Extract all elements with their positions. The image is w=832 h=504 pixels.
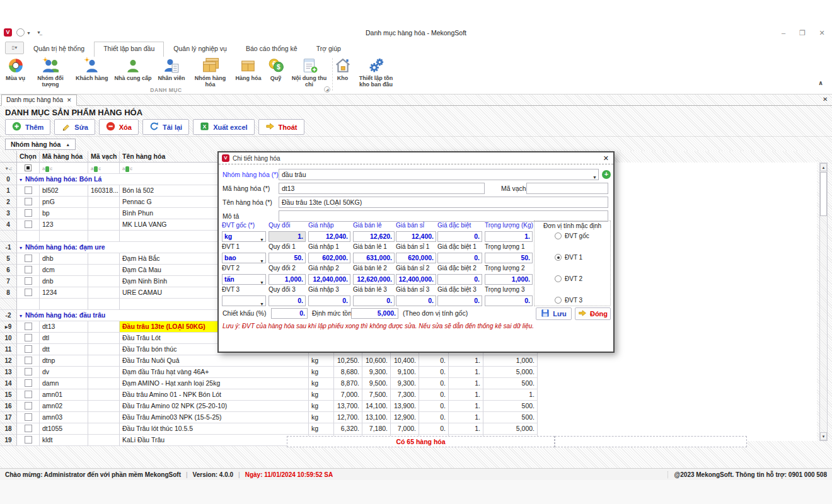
doc-tab-close-icon[interactable]: ✕ <box>67 97 72 103</box>
unit-grid-input[interactable]: 0. <box>437 274 482 285</box>
row-checkbox[interactable] <box>25 402 32 410</box>
unit-grid-input[interactable]: 0. <box>353 295 395 306</box>
unit-grid-input[interactable]: 1. <box>269 231 306 242</box>
unit-grid-input[interactable]: 0. <box>437 295 482 306</box>
row-checkbox[interactable] <box>25 345 32 353</box>
row-checkbox[interactable] <box>25 255 32 262</box>
unit-grid-input[interactable]: 0. <box>485 295 533 306</box>
ribbon-tab-trợ-giúp[interactable]: Trợ giúp <box>307 42 350 55</box>
row-checkbox[interactable] <box>25 436 32 444</box>
scroll-up-icon[interactable]: ▲ <box>820 163 827 171</box>
reload-button[interactable]: Tải lại <box>142 119 189 135</box>
unit-combo-3[interactable]: ▼ <box>222 295 266 306</box>
delete-button[interactable]: Xóa <box>99 119 139 135</box>
radio-icon[interactable] <box>555 232 562 239</box>
row-checkbox[interactable] <box>25 220 32 228</box>
edit-button[interactable]: Sửa <box>54 119 95 135</box>
close-button[interactable]: ✕ <box>815 28 829 38</box>
ribbon-item-stock-settings[interactable]: Thiết lập tồn kho ban đầu <box>354 57 398 88</box>
ribbon-item-season[interactable]: Mùa vụ <box>3 57 28 81</box>
ribbon-tab-quản-trị-hệ-thống[interactable]: Quản trị hệ thống <box>24 42 94 55</box>
name-input[interactable]: Đầu trâu 13te (LOẠI 50KG) <box>279 197 608 208</box>
export-excel-button[interactable]: XXuất excel <box>193 119 254 135</box>
unit-combo-1[interactable]: bao▼ <box>222 253 266 263</box>
minimize-button[interactable]: – <box>777 28 790 38</box>
ribbon-item-product[interactable]: Hàng hóa <box>233 57 265 81</box>
tabrow-close-icon[interactable]: ✕ <box>823 96 828 103</box>
row-checkbox[interactable] <box>25 391 32 398</box>
row-checkbox[interactable] <box>25 425 32 432</box>
scroll-down-icon[interactable]: ▼ <box>820 432 827 440</box>
unit-grid-input[interactable]: 1. <box>485 231 533 242</box>
add-group-button[interactable]: + <box>602 170 611 179</box>
unit-grid-input[interactable]: 0. <box>308 295 350 306</box>
unit-grid-input[interactable]: 50. <box>485 253 533 263</box>
discount-input[interactable]: 0. <box>271 308 308 319</box>
row-checkbox[interactable] <box>25 368 32 375</box>
default-unit-radio-1[interactable]: ĐVT 1 <box>555 254 582 261</box>
table-row[interactable]: 15amn01Đầu trâu Amino 01 - NPK Bón Lótkg… <box>0 389 538 401</box>
unit-grid-input[interactable]: 12,400. <box>396 231 436 242</box>
collapse-icon[interactable]: ▾ <box>20 177 22 183</box>
unit-grid-input[interactable]: 12,620. <box>353 231 395 242</box>
unit-grid-input[interactable]: 620,000. <box>396 253 436 263</box>
row-checkbox[interactable] <box>25 357 32 364</box>
ribbon-tab-thiết-lập-ban-đầu[interactable]: Thiết lập ban đầu <box>94 42 164 57</box>
ribbon-item-group-people[interactable]: Nhóm đối tượng <box>28 57 72 88</box>
row-checkbox[interactable] <box>25 334 32 341</box>
table-row[interactable]: 17amn03Đầu Trâu Amino03 NPK (15-5-25)kg1… <box>0 412 538 423</box>
maximize-button[interactable]: ❐ <box>795 28 809 38</box>
column-header-1[interactable]: Chọn <box>17 151 40 163</box>
default-unit-radio-2[interactable]: ĐVT 2 <box>555 275 582 282</box>
scrollbar-thumb[interactable] <box>820 172 827 216</box>
ribbon-item-receipt[interactable]: Nội dung thu chi <box>287 57 332 88</box>
row-checkbox[interactable] <box>25 198 32 205</box>
unit-grid-input[interactable]: 0. <box>396 295 436 306</box>
unit-grid-input[interactable]: 631,000. <box>353 253 395 263</box>
unit-grid-input[interactable]: 12,040. <box>308 231 350 242</box>
ribbon-item-fund[interactable]: €$Quỹ <box>265 57 287 81</box>
unit-grid-input[interactable]: 0. <box>269 295 306 306</box>
unit-grid-input[interactable]: 50. <box>269 253 306 263</box>
abc-filter-icon[interactable]: ac <box>122 166 132 172</box>
code-input[interactable]: dt13 <box>279 183 485 194</box>
ribbon-tab-quản-lý-nghiệp-vụ[interactable]: Quản lý nghiệp vụ <box>164 42 236 55</box>
default-unit-radio-3[interactable]: ĐVT 3 <box>555 297 582 304</box>
unit-grid-input[interactable]: 1,000. <box>485 274 533 285</box>
ribbon-item-customer[interactable]: Khách hàng <box>72 57 112 81</box>
ribbon-item-supplier[interactable]: Nhà cung cấp <box>112 57 155 81</box>
dialog-close-icon[interactable]: ✕ <box>603 154 609 163</box>
group-dialog-launcher-icon[interactable]: ◢ <box>324 86 330 93</box>
row-checkbox[interactable] <box>25 209 32 217</box>
vertical-scrollbar[interactable]: ▲ ▼ <box>819 163 828 441</box>
abc-filter-icon[interactable]: ac <box>91 166 101 172</box>
table-row[interactable]: 12dtnpĐầu Trâu Nuôi Quảkg10,250.10,600.1… <box>0 355 538 367</box>
select-all-filter-icon[interactable] <box>25 164 32 171</box>
exit-button[interactable]: Thoát <box>258 119 304 135</box>
unit-grid-input[interactable]: 602,000. <box>308 253 350 263</box>
unit-grid-input[interactable]: 12,400,000. <box>396 274 436 285</box>
column-header-2[interactable]: Mã hàng hóa <box>40 151 88 163</box>
unit-combo-0[interactable]: kg▼ <box>222 231 266 242</box>
ribbon-item-warehouse[interactable]: Kho <box>332 57 354 81</box>
collapse-icon[interactable]: ▾ <box>20 313 22 319</box>
group-combo[interactable]: đầu trâu ▼ <box>279 169 599 180</box>
table-row[interactable]: 18dt1055Đầu Trâu lót thúc 10.5.5kg6,320.… <box>0 423 538 435</box>
row-checkbox[interactable] <box>25 289 32 296</box>
unit-combo-2[interactable]: tấn▼ <box>222 274 266 285</box>
unit-grid-input[interactable]: 12,620,000. <box>353 274 395 285</box>
radio-icon[interactable] <box>555 297 562 304</box>
row-checkbox[interactable] <box>25 413 32 421</box>
table-row[interactable]: 16amn02Đầu Trâu Amino 02 NPK (25-20-10)k… <box>0 401 538 412</box>
abc-filter-icon[interactable]: ac <box>42 166 52 172</box>
row-checkbox[interactable] <box>25 277 32 285</box>
ribbon-tab-báo-cáo-thống-kê[interactable]: Báo cáo thống kê <box>236 42 307 55</box>
row-checkbox[interactable] <box>25 379 32 387</box>
column-header-3[interactable]: Mã vạch <box>88 151 120 163</box>
table-row[interactable]: 13dvĐạm đầu Trâu hạt vàng 46A+kg8,680.9,… <box>0 367 538 378</box>
add-button[interactable]: Thêm <box>5 119 50 135</box>
table-row[interactable]: 14damnĐạm AMINO - Hạt xanh loại 25kgkg8,… <box>0 378 538 389</box>
ribbon-item-employee[interactable]: Nhân viên <box>155 57 188 81</box>
barcode-input[interactable] <box>526 183 608 194</box>
collapse-icon[interactable]: ▾ <box>20 245 22 251</box>
